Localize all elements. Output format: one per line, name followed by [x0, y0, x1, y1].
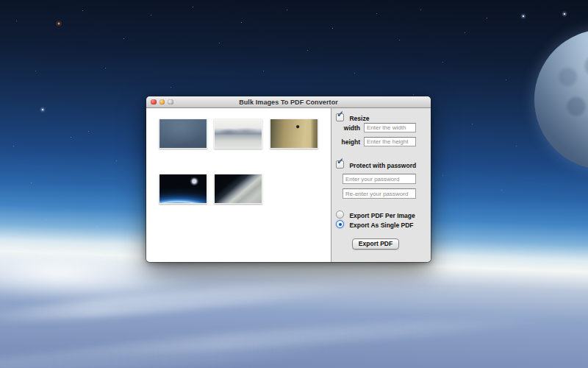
window-content: ✓ Resize width height ✓ Protect with pas…: [146, 108, 431, 262]
checkmark-icon: ✓: [337, 157, 344, 166]
thumbnail-earth-atmosphere[interactable]: [214, 174, 262, 204]
traffic-lights: [151, 96, 173, 107]
export-pdf-button[interactable]: Export PDF: [352, 238, 399, 250]
resize-label: Resize: [349, 115, 369, 122]
checkmark-icon: ✓: [337, 110, 344, 118]
bright-star: [523, 15, 524, 17]
options-panel: ✓ Resize width height ✓ Protect with pas…: [331, 108, 431, 262]
app-window: Bulk Images To PDF Convertor ✓ Resize wi…: [146, 96, 431, 262]
minimize-button[interactable]: [159, 99, 165, 105]
resize-checkbox[interactable]: ✓: [336, 113, 344, 121]
protect-checkbox[interactable]: ✓: [336, 160, 344, 169]
password-confirm-input[interactable]: [343, 188, 416, 199]
orange-star: [58, 23, 60, 24]
bright-star: [42, 109, 43, 110]
desktop-wallpaper: Bulk Images To PDF Convertor ✓ Resize wi…: [0, 0, 588, 368]
export-single-radio[interactable]: [336, 220, 344, 228]
zoom-button: [168, 99, 173, 105]
starfield: [0, 0, 1, 1]
height-label: height: [336, 138, 360, 146]
thumbnail-earth-horizon[interactable]: [159, 174, 207, 204]
width-label: width: [336, 124, 360, 132]
image-gallery: [146, 108, 331, 262]
close-button[interactable]: [151, 99, 157, 105]
export-single-row: Export As Single PDF: [336, 217, 414, 230]
height-input[interactable]: [364, 137, 416, 146]
title-bar[interactable]: Bulk Images To PDF Convertor: [146, 96, 431, 108]
bright-star: [564, 13, 565, 15]
resize-row: ✓ Resize: [336, 110, 369, 124]
width-input[interactable]: [364, 123, 416, 132]
thumbnail-misty-lake[interactable]: [214, 118, 262, 149]
thumbnail-world-map[interactable]: [159, 118, 207, 149]
protect-label: Protect with password: [349, 162, 416, 169]
password-input[interactable]: [343, 174, 416, 184]
export-single-label: Export As Single PDF: [349, 222, 413, 229]
moon: [534, 29, 588, 169]
protect-row: ✓ Protect with password: [336, 158, 416, 171]
window-title: Bulk Images To PDF Convertor: [239, 99, 338, 106]
thumbnail-golden-cliff[interactable]: [270, 118, 318, 149]
